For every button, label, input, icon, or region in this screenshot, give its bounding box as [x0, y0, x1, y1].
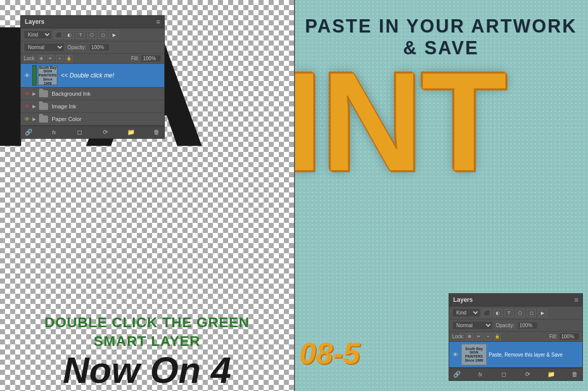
double-click-instruction-line1: DOUBLE CLICK THE GREEN: [0, 314, 294, 332]
layers-panel-left: Layers ≡ Kind ⬛ ◐ T ⬡ ◻ ▶ Normal Opacity…: [20, 15, 165, 139]
image-ink-row[interactable]: 👁 ▶ Image Ink: [21, 100, 164, 113]
right-ps-logo: South BaySIGN PAINTERSSince 1966: [462, 344, 486, 365]
right-fill-label: Fill:: [549, 334, 557, 339]
paper-color-row[interactable]: 👁 ▶ Paper Color: [21, 113, 164, 126]
folder-new-icon[interactable]: 📁: [126, 128, 135, 136]
layers-panel-right-title: Layers: [453, 296, 473, 303]
background-ink-eye[interactable]: 👁: [23, 90, 31, 98]
paper-color-label: Paper Color: [50, 116, 82, 122]
layers-toolbar-top: Kind ⬛ ◐ T ⬡ ◻ ▶: [21, 28, 164, 42]
right-big-text-area: INT: [294, 51, 588, 192]
fx-icon[interactable]: fx: [50, 128, 59, 136]
right-link-icon[interactable]: 🔗: [452, 370, 461, 378]
right-panel: PASTE IN YOUR ARTWORK & SAVE INT 08-5 La…: [294, 0, 588, 391]
ps-logo: South BaySIGN PAINTERSSince 1966: [39, 66, 57, 85]
right-lock-paint-icon[interactable]: ✏: [475, 333, 483, 340]
right-title-area: PASTE IN YOUR ARTWORK & SAVE: [294, 15, 588, 59]
background-ink-label: Background Ink: [50, 91, 90, 97]
right-mask-icon[interactable]: ⟳: [523, 370, 532, 378]
right-bottom-text: 08-5: [294, 336, 456, 371]
filter-smart-icon[interactable]: ◻: [98, 31, 107, 39]
paper-color-arrow: ▶: [32, 116, 38, 122]
adjustment-icon[interactable]: ◻: [75, 128, 84, 136]
layers-panel-title: Layers: [25, 18, 45, 25]
right-smart-layer-thumbnail: South BaySIGN PAINTERSSince 1966: [461, 344, 487, 365]
right-filter-type-icon[interactable]: T: [504, 309, 513, 317]
left-instruction: DOUBLE CLICK THE GREEN SMART LAYER: [0, 314, 294, 350]
lock-artboard-icon[interactable]: +: [56, 55, 63, 62]
opacity-input[interactable]: [89, 44, 109, 51]
right-layers-blend-row: Normal Opacity:: [449, 320, 582, 332]
right-lock-artboard-icon[interactable]: +: [485, 333, 492, 340]
right-layers-toolbar: Kind ⬛ ◐ T ⬡ ◻ ▶: [449, 306, 582, 320]
image-ink-folder-icon: [39, 103, 48, 110]
right-filter-adjust-icon[interactable]: ◐: [493, 309, 502, 317]
fill-input[interactable]: [141, 55, 161, 62]
paper-color-folder-icon: [39, 115, 48, 123]
right-lock-position-icon[interactable]: ⊞: [466, 333, 473, 340]
paper-color-eye[interactable]: 👁: [23, 115, 31, 123]
image-ink-arrow: ▶: [32, 104, 38, 109]
layers-panel-right-menu[interactable]: ≡: [574, 296, 578, 304]
smart-layer-thumbnail: South BaySIGN PAINTERSSince 1966: [38, 66, 57, 85]
right-layers-bottom-bar: 🔗 fx ◻ ⟳ 📁 🗑: [449, 368, 582, 380]
image-ink-label: Image Ink: [50, 103, 76, 109]
right-blend-mode-select[interactable]: Normal: [452, 321, 493, 330]
right-filter-pixel-icon[interactable]: ⬛: [482, 309, 491, 317]
blend-mode-select[interactable]: Normal: [24, 43, 64, 52]
right-smart-layer-name: Paste, Remove this layer & Save: [489, 352, 580, 358]
right-fill-input[interactable]: [559, 333, 579, 340]
lock-label: Lock:: [24, 56, 36, 61]
right-title-line2: & SAVE: [294, 37, 588, 59]
layers-panel-right-header: Layers ≡: [449, 294, 582, 306]
filter-type-icon[interactable]: T: [76, 31, 85, 39]
filter-adjust-icon[interactable]: ◐: [65, 31, 74, 39]
layers-panel-menu-btn[interactable]: ≡: [156, 18, 160, 26]
right-layers-lock-row: Lock: ⊞ ✏ + 🔒 Fill:: [449, 332, 582, 342]
double-click-instruction-line2: SMART LAYER: [0, 332, 294, 350]
filter-shape-icon[interactable]: ⬡: [87, 31, 96, 39]
lock-paint-icon[interactable]: ✏: [47, 55, 54, 62]
background-ink-arrow: ▶: [32, 91, 38, 96]
right-filter-shape-icon[interactable]: ⬡: [516, 309, 525, 317]
image-ink-eye[interactable]: 👁: [23, 102, 31, 110]
right-lock-all-icon[interactable]: 🔒: [494, 333, 501, 340]
fill-label: Fill:: [131, 56, 139, 61]
layers-panel-right: Layers ≡ Kind ⬛ ◐ T ⬡ ◻ ▶ Normal Opacity…: [449, 293, 583, 381]
lock-position-icon[interactable]: ⊞: [38, 55, 45, 62]
kind-select[interactable]: Kind: [24, 30, 52, 39]
layers-blend-row: Normal Opacity:: [21, 42, 164, 54]
right-opacity-input[interactable]: [518, 322, 538, 329]
eye-visibility-icon[interactable]: 👁: [23, 71, 31, 80]
right-delete-layer-icon[interactable]: 🗑: [570, 370, 579, 378]
panel-divider: [294, 0, 295, 391]
lock-all-icon[interactable]: 🔒: [65, 55, 72, 62]
right-title-line1: PASTE IN YOUR ARTWORK: [294, 15, 588, 37]
right-kind-select[interactable]: Kind: [452, 308, 480, 317]
right-paint-text: INT: [294, 51, 588, 192]
background-ink-row[interactable]: 👁 ▶ Background Ink: [21, 88, 164, 100]
right-smart-eye-icon[interactable]: 👁: [451, 350, 459, 359]
layers-bottom-bar: 🔗 fx ◻ ⟳ 📁 🗑: [21, 126, 164, 138]
right-adjustment-icon[interactable]: ◻: [499, 370, 508, 378]
right-folder-new-icon[interactable]: 📁: [546, 370, 556, 378]
layers-lock-row: Lock: ⊞ ✏ + 🔒 Fill:: [21, 54, 164, 64]
layer-color-green: [32, 65, 36, 86]
right-lock-label: Lock:: [452, 334, 464, 339]
filter-pixel-icon[interactable]: ⬛: [54, 31, 63, 39]
layers-panel-header: Layers ≡: [21, 16, 164, 28]
link-icon[interactable]: 🔗: [24, 128, 33, 136]
opacity-label: Opacity:: [67, 45, 86, 50]
right-opacity-label: Opacity:: [496, 323, 514, 328]
mask-icon[interactable]: ⟳: [101, 128, 110, 136]
right-filter-smart-icon[interactable]: ◻: [527, 309, 536, 317]
right-smart-layer-row[interactable]: 👁 South BaySIGN PAINTERSSince 1966 Paste…: [449, 342, 582, 368]
background-ink-folder-icon: [39, 90, 48, 97]
filter-video-icon[interactable]: ▶: [109, 31, 119, 39]
right-fx-icon[interactable]: fx: [476, 370, 485, 378]
smart-layer-name: << Double click me!: [59, 72, 162, 79]
smart-layer-row[interactable]: 👁 South BaySIGN PAINTERSSince 1966 << Do…: [21, 64, 164, 88]
now-on-text: Now On 4: [0, 349, 294, 391]
right-filter-video-icon[interactable]: ▶: [538, 309, 547, 317]
delete-layer-icon[interactable]: 🗑: [152, 128, 161, 136]
